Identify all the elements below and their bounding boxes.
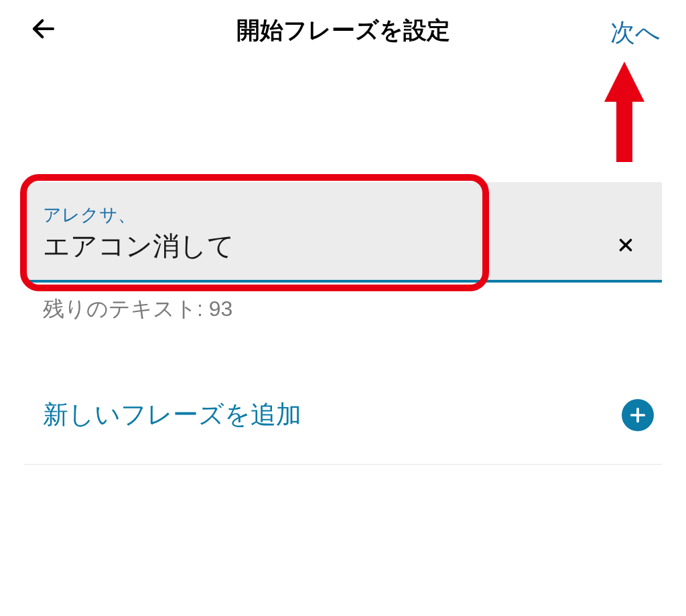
add-phrase-label: 新しいフレーズを追加	[43, 398, 301, 432]
remaining-text: 残りのテキスト: 93	[43, 295, 662, 324]
phrase-input-row	[43, 231, 643, 261]
svg-marker-1	[604, 62, 644, 162]
phrase-card[interactable]: アレクサ、	[24, 182, 662, 283]
header: 開始フレーズを設定 次へ	[0, 0, 686, 60]
add-phrase-button[interactable]: 新しいフレーズを追加	[24, 398, 662, 465]
arrow-up-annotation-icon	[604, 62, 644, 162]
page-title: 開始フレーズを設定	[0, 15, 686, 46]
phrase-card-wrap: アレクサ、	[24, 182, 662, 283]
plus-circle-icon	[622, 399, 654, 431]
close-icon	[617, 233, 634, 259]
next-button[interactable]: 次へ	[610, 16, 661, 50]
content: アレクサ、 残りのテキスト: 93 新しいフレーズを追加	[0, 182, 686, 465]
wake-word-label: アレクサ、	[43, 203, 643, 227]
phrase-input[interactable]	[43, 231, 612, 261]
clear-button[interactable]	[612, 232, 639, 259]
